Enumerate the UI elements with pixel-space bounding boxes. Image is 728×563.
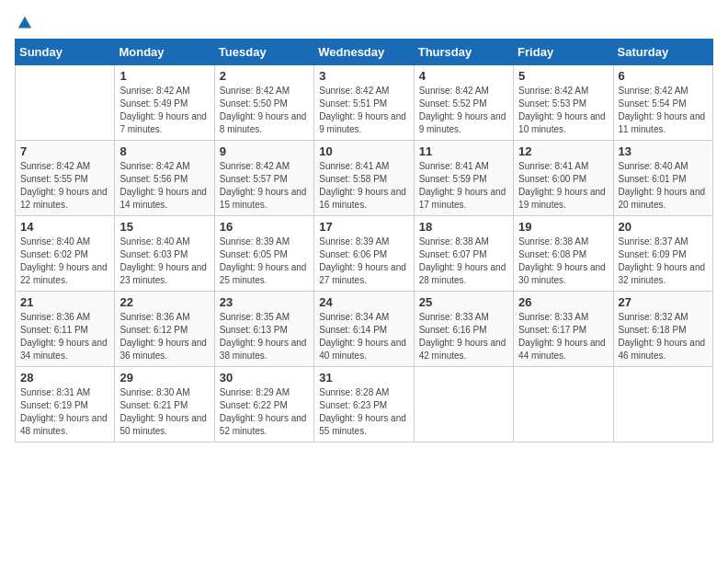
day-number: 18: [419, 220, 508, 234]
calendar-cell: 6Sunrise: 8:42 AMSunset: 5:54 PMDaylight…: [613, 65, 712, 141]
calendar-cell: 10Sunrise: 8:41 AMSunset: 5:58 PMDayligh…: [314, 141, 414, 216]
calendar-cell: 1Sunrise: 8:42 AMSunset: 5:49 PMDaylight…: [115, 65, 214, 141]
day-info: Sunrise: 8:40 AMSunset: 6:02 PMDaylight:…: [20, 236, 109, 287]
day-info: Sunrise: 8:42 AMSunset: 5:54 PMDaylight:…: [619, 85, 708, 136]
calendar-cell: 27Sunrise: 8:32 AMSunset: 6:18 PMDayligh…: [613, 292, 712, 367]
calendar-week-row: 7Sunrise: 8:42 AMSunset: 5:55 PMDaylight…: [16, 141, 713, 216]
day-number: 4: [419, 69, 508, 83]
day-number: 14: [20, 220, 109, 234]
calendar-cell: 17Sunrise: 8:39 AMSunset: 6:06 PMDayligh…: [314, 216, 414, 292]
day-info: Sunrise: 8:42 AMSunset: 5:52 PMDaylight:…: [419, 85, 508, 136]
day-info: Sunrise: 8:36 AMSunset: 6:11 PMDaylight:…: [20, 311, 109, 362]
day-info: Sunrise: 8:38 AMSunset: 6:07 PMDaylight:…: [419, 236, 508, 287]
day-info: Sunrise: 8:41 AMSunset: 5:59 PMDaylight:…: [419, 160, 508, 212]
day-info: Sunrise: 8:42 AMSunset: 5:56 PMDaylight:…: [119, 160, 209, 212]
calendar-body: 1Sunrise: 8:42 AMSunset: 5:49 PMDaylight…: [16, 65, 713, 442]
day-info: Sunrise: 8:42 AMSunset: 5:49 PMDaylight:…: [119, 85, 209, 136]
day-number: 7: [20, 144, 109, 158]
calendar-cell: 11Sunrise: 8:41 AMSunset: 5:59 PMDayligh…: [414, 141, 513, 216]
calendar-cell: 31Sunrise: 8:28 AMSunset: 6:23 PMDayligh…: [314, 367, 414, 442]
logo: [15, 15, 33, 31]
calendar-cell: [414, 367, 513, 442]
calendar-cell: 26Sunrise: 8:33 AMSunset: 6:17 PMDayligh…: [514, 292, 613, 367]
calendar-cell: 14Sunrise: 8:40 AMSunset: 6:02 PMDayligh…: [16, 216, 115, 292]
calendar-cell: 23Sunrise: 8:35 AMSunset: 6:13 PMDayligh…: [214, 292, 313, 367]
calendar-cell: 25Sunrise: 8:33 AMSunset: 6:16 PMDayligh…: [414, 292, 513, 367]
day-info: Sunrise: 8:36 AMSunset: 6:12 PMDaylight:…: [119, 311, 209, 362]
calendar-cell: 30Sunrise: 8:29 AMSunset: 6:22 PMDayligh…: [214, 367, 313, 442]
day-info: Sunrise: 8:38 AMSunset: 6:08 PMDaylight:…: [518, 236, 608, 287]
day-number: 31: [319, 371, 408, 385]
svg-marker-0: [18, 17, 31, 29]
day-info: Sunrise: 8:40 AMSunset: 6:01 PMDaylight:…: [619, 160, 708, 212]
day-number: 16: [220, 220, 309, 234]
calendar-cell: 2Sunrise: 8:42 AMSunset: 5:50 PMDaylight…: [214, 65, 313, 141]
day-number: 2: [220, 69, 309, 83]
calendar-cell: 7Sunrise: 8:42 AMSunset: 5:55 PMDaylight…: [16, 141, 115, 216]
day-info: Sunrise: 8:33 AMSunset: 6:16 PMDaylight:…: [419, 311, 508, 362]
calendar-cell: 3Sunrise: 8:42 AMSunset: 5:51 PMDaylight…: [314, 65, 414, 141]
day-number: 27: [619, 295, 708, 309]
day-number: 17: [319, 220, 408, 234]
weekday-header: Wednesday: [314, 40, 414, 65]
calendar-week-row: 1Sunrise: 8:42 AMSunset: 5:49 PMDaylight…: [16, 65, 713, 141]
day-info: Sunrise: 8:39 AMSunset: 6:06 PMDaylight:…: [319, 236, 408, 287]
calendar-table: SundayMondayTuesdayWednesdayThursdayFrid…: [15, 39, 713, 442]
calendar-header-row: SundayMondayTuesdayWednesdayThursdayFrid…: [16, 40, 713, 65]
calendar-cell: 12Sunrise: 8:41 AMSunset: 6:00 PMDayligh…: [514, 141, 613, 216]
day-number: 20: [619, 220, 708, 234]
day-number: 25: [419, 295, 508, 309]
day-number: 5: [518, 69, 608, 83]
calendar-cell: 29Sunrise: 8:30 AMSunset: 6:21 PMDayligh…: [115, 367, 214, 442]
day-number: 11: [419, 144, 508, 158]
day-number: 24: [319, 295, 408, 309]
calendar-cell: [613, 367, 712, 442]
calendar-cell: 13Sunrise: 8:40 AMSunset: 6:01 PMDayligh…: [613, 141, 712, 216]
calendar-cell: 20Sunrise: 8:37 AMSunset: 6:09 PMDayligh…: [613, 216, 712, 292]
calendar-week-row: 28Sunrise: 8:31 AMSunset: 6:19 PMDayligh…: [16, 367, 713, 442]
day-info: Sunrise: 8:42 AMSunset: 5:57 PMDaylight:…: [220, 160, 309, 212]
page-header: [15, 15, 713, 31]
day-number: 9: [220, 144, 309, 158]
day-info: Sunrise: 8:28 AMSunset: 6:23 PMDaylight:…: [319, 386, 408, 438]
calendar-cell: [16, 65, 115, 141]
day-info: Sunrise: 8:41 AMSunset: 6:00 PMDaylight:…: [518, 160, 608, 212]
weekday-header: Sunday: [16, 40, 115, 65]
calendar-cell: 9Sunrise: 8:42 AMSunset: 5:57 PMDaylight…: [214, 141, 313, 216]
day-number: 8: [119, 144, 209, 158]
calendar-cell: 19Sunrise: 8:38 AMSunset: 6:08 PMDayligh…: [514, 216, 613, 292]
day-number: 13: [619, 144, 708, 158]
calendar-cell: 28Sunrise: 8:31 AMSunset: 6:19 PMDayligh…: [16, 367, 115, 442]
day-info: Sunrise: 8:42 AMSunset: 5:55 PMDaylight:…: [20, 160, 109, 212]
day-number: 19: [518, 220, 608, 234]
day-number: 15: [119, 220, 209, 234]
day-info: Sunrise: 8:42 AMSunset: 5:53 PMDaylight:…: [518, 85, 608, 136]
calendar-cell: 24Sunrise: 8:34 AMSunset: 6:14 PMDayligh…: [314, 292, 414, 367]
weekday-header: Monday: [115, 40, 214, 65]
weekday-header: Saturday: [613, 40, 712, 65]
day-info: Sunrise: 8:37 AMSunset: 6:09 PMDaylight:…: [619, 236, 708, 287]
day-number: 21: [20, 295, 109, 309]
calendar-week-row: 14Sunrise: 8:40 AMSunset: 6:02 PMDayligh…: [16, 216, 713, 292]
day-info: Sunrise: 8:39 AMSunset: 6:05 PMDaylight:…: [220, 236, 309, 287]
day-number: 28: [20, 371, 109, 385]
day-number: 22: [119, 295, 209, 309]
calendar-cell: 5Sunrise: 8:42 AMSunset: 5:53 PMDaylight…: [514, 65, 613, 141]
calendar-cell: 18Sunrise: 8:38 AMSunset: 6:07 PMDayligh…: [414, 216, 513, 292]
calendar-cell: 21Sunrise: 8:36 AMSunset: 6:11 PMDayligh…: [16, 292, 115, 367]
weekday-header: Thursday: [414, 40, 513, 65]
calendar-cell: 15Sunrise: 8:40 AMSunset: 6:03 PMDayligh…: [115, 216, 214, 292]
day-info: Sunrise: 8:29 AMSunset: 6:22 PMDaylight:…: [220, 386, 309, 438]
weekday-header: Tuesday: [214, 40, 313, 65]
day-number: 26: [518, 295, 608, 309]
day-info: Sunrise: 8:34 AMSunset: 6:14 PMDaylight:…: [319, 311, 408, 362]
day-number: 29: [119, 371, 209, 385]
day-number: 23: [220, 295, 309, 309]
calendar-cell: 8Sunrise: 8:42 AMSunset: 5:56 PMDaylight…: [115, 141, 214, 216]
calendar-cell: 22Sunrise: 8:36 AMSunset: 6:12 PMDayligh…: [115, 292, 214, 367]
calendar-week-row: 21Sunrise: 8:36 AMSunset: 6:11 PMDayligh…: [16, 292, 713, 367]
day-info: Sunrise: 8:30 AMSunset: 6:21 PMDaylight:…: [119, 386, 209, 438]
day-info: Sunrise: 8:42 AMSunset: 5:51 PMDaylight:…: [319, 85, 408, 136]
logo-icon: [17, 15, 33, 31]
day-info: Sunrise: 8:31 AMSunset: 6:19 PMDaylight:…: [20, 386, 109, 438]
